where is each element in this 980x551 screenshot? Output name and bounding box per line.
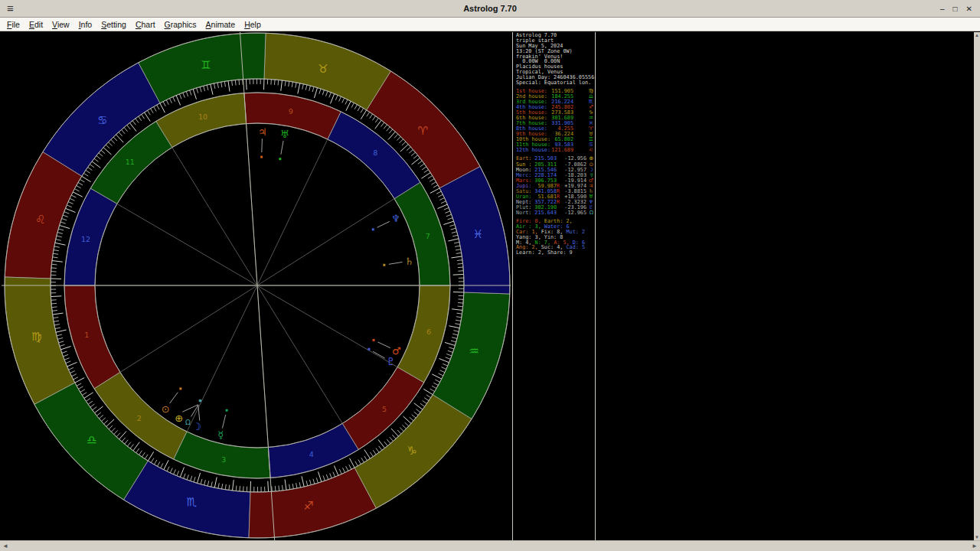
window-controls: –□✕	[940, 5, 972, 13]
summary-segment: Learn: 2, Share: 9	[516, 249, 573, 256]
scroll-down-icon[interactable]: ▼	[975, 534, 979, 540]
house-cusp-value: 121.689	[550, 148, 573, 153]
sign-glyph-sagittarius: ♐	[303, 499, 313, 513]
sign-icon-leo: ♌	[589, 148, 593, 153]
menu-info[interactable]: Info	[74, 20, 97, 29]
sign-glyph-leo: ♌	[35, 213, 45, 227]
menu-setting[interactable]: Setting	[96, 20, 131, 29]
menu-graphics[interactable]: Graphics	[160, 20, 201, 29]
planet-glyph-nort: Ω	[185, 419, 191, 426]
menu-help[interactable]: Help	[240, 20, 266, 29]
sign-glyph-libra: ♎	[87, 433, 96, 447]
planet-glyph-satu: ♄	[405, 256, 414, 267]
planet-icon-nort: Ω	[590, 210, 593, 216]
house-number-11: 11	[126, 158, 135, 166]
window-title: Astrolog 7.70	[0, 4, 980, 13]
minimize-button[interactable]: –	[940, 5, 945, 13]
panel-divider-left	[512, 32, 513, 540]
house-number-2: 2	[137, 414, 142, 422]
planet-position-dot-plut	[368, 348, 370, 350]
menu-edit[interactable]: Edit	[24, 20, 47, 29]
house-number-7: 7	[426, 232, 430, 240]
scroll-up-icon[interactable]: ▲	[975, 32, 979, 38]
planet-glyph-merc: ☿	[217, 429, 224, 441]
sign-glyph-capricorn: ♑	[407, 444, 417, 458]
menu-chart[interactable]: Chart	[131, 20, 160, 29]
planet-row: Nort:215.643-12.965Ω	[516, 210, 593, 216]
planet-glyph-eart: ⊕	[175, 412, 183, 424]
menu-animate[interactable]: Animate	[201, 20, 240, 29]
house-number-10: 10	[198, 112, 207, 121]
planet-glyph-uran: ♅	[280, 129, 289, 140]
house-number-4: 4	[309, 450, 314, 458]
maximize-button[interactable]: □	[953, 5, 958, 13]
planet-label-nort: Nort:	[516, 210, 532, 216]
menu-bar: FileEditViewInfoSettingChartGraphicsAnim…	[0, 18, 980, 31]
house-row: 12th house:121.689♌	[516, 148, 593, 153]
planet-glyph-sun: ⊙	[162, 403, 170, 415]
menu-view[interactable]: View	[47, 20, 74, 29]
scroll-left-icon[interactable]: ◄	[2, 543, 8, 549]
planet-longitude: 215.643	[532, 210, 557, 216]
house-number-1: 1	[84, 331, 89, 339]
sign-glyph-cancer: ♋	[97, 113, 107, 127]
planet-glyph-jupi: ♃	[258, 126, 267, 138]
house-number-8: 8	[373, 148, 377, 157]
title-bar: ≡ Astrolog 7.70 –□✕	[0, 0, 980, 18]
planet-glyph-mars: ♂	[392, 345, 401, 357]
close-button[interactable]: ✕	[966, 5, 972, 13]
sidebar-text: Astrolog 7.70triple startSun May 5, 2024…	[516, 33, 593, 256]
planet-position-dot-merc	[226, 409, 228, 412]
sign-glyph-taurus: ♉	[318, 62, 328, 76]
planet-position-dot-jupi	[260, 156, 263, 158]
sign-glyph-virgo: ♍	[31, 330, 41, 344]
astro-wheel-chart: 123456789101112♈♉♊♋♌♍♎♏♐♑♒♓⊕⊙☽☿♂♃♄♅♆♇Ω	[0, 32, 513, 540]
house-number-5: 5	[382, 405, 387, 413]
planet-position-dot-nort	[199, 399, 201, 402]
house-label: 12th house:	[516, 148, 550, 153]
house-number-6: 6	[426, 328, 431, 336]
planet-latitude: -12.965	[560, 210, 586, 216]
house-number-3: 3	[221, 455, 226, 464]
scroll-right-icon[interactable]: ►	[972, 543, 978, 549]
planet-position-dot-nept	[372, 228, 374, 230]
planet-position-dot-sun	[179, 387, 181, 390]
sign-glyph-aquarius: ♒	[469, 344, 479, 358]
planet-glyph-moon: ☽	[192, 421, 201, 432]
summary-segment: Mut: 2	[567, 229, 586, 235]
hamburger-menu-icon[interactable]: ≡	[7, 0, 14, 17]
planet-glyph-plut: ♇	[387, 356, 396, 367]
panel-divider-right	[595, 32, 596, 540]
sign-glyph-pisces: ♓	[473, 227, 483, 241]
menu-file[interactable]: File	[2, 20, 24, 29]
house-number-9: 9	[289, 107, 293, 116]
planet-position-dot-uran	[279, 158, 281, 160]
sign-glyph-aries: ♈	[417, 124, 427, 138]
vertical-scrollbar[interactable]: ▲ ▼	[974, 32, 980, 540]
sign-glyph-gemini: ♊	[201, 58, 211, 72]
sign-glyph-scorpio: ♏	[186, 495, 197, 509]
horizontal-scrollbar[interactable]: ◄ ►	[0, 540, 980, 551]
summary-line: Learn: 2, Share: 9	[516, 250, 593, 256]
planet-glyph-nept: ♆	[391, 213, 400, 224]
house-number-12: 12	[81, 235, 90, 243]
chart-canvas: 123456789101112♈♉♊♋♌♍♎♏♐♑♒♓⊕⊙☽☿♂♃♄♅♆♇Ω A…	[0, 32, 974, 540]
planet-position-dot-satu	[383, 264, 385, 266]
sidebar-header-line: Special: Equatorial lon.	[516, 80, 593, 86]
planet-position-dot-mars	[373, 339, 375, 341]
